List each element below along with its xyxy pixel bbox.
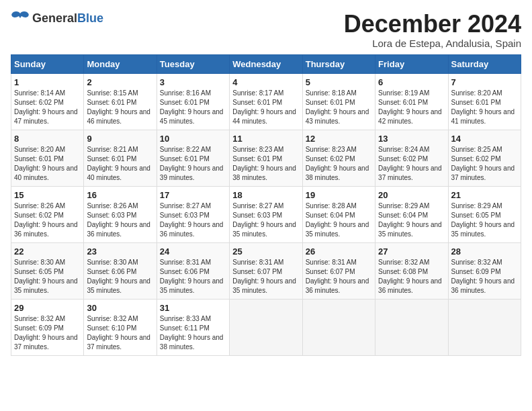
logo: GeneralBlue [11, 11, 103, 26]
day-cell: 22 Sunrise: 8:30 AMSunset: 6:05 PMDaylig… [11, 242, 84, 299]
day-cell: 25 Sunrise: 8:31 AMSunset: 6:07 PMDaylig… [230, 242, 302, 299]
cell-details: Sunrise: 8:29 AMSunset: 6:04 PMDaylight:… [378, 202, 442, 238]
day-cell: 23 Sunrise: 8:30 AMSunset: 6:06 PMDaylig… [84, 242, 157, 299]
day-number: 24 [160, 246, 226, 257]
day-number: 23 [87, 246, 153, 257]
logo-text: GeneralBlue [32, 11, 103, 26]
day-cell: 24 Sunrise: 8:31 AMSunset: 6:06 PMDaylig… [157, 242, 229, 299]
cell-details: Sunrise: 8:31 AMSunset: 6:07 PMDaylight:… [232, 259, 296, 294]
week-row-1: 1 Sunrise: 8:14 AMSunset: 6:02 PMDayligh… [11, 73, 521, 130]
day-cell: 27 Sunrise: 8:32 AMSunset: 6:08 PMDaylig… [375, 242, 448, 299]
day-cell: 12 Sunrise: 8:23 AMSunset: 6:02 PMDaylig… [302, 130, 375, 186]
cell-details: Sunrise: 8:32 AMSunset: 6:09 PMDaylight:… [451, 259, 515, 294]
calendar-table: SundayMondayTuesdayWednesdayThursdayFrid… [11, 54, 521, 356]
day-cell: 14 Sunrise: 8:25 AMSunset: 6:02 PMDaylig… [448, 130, 521, 186]
cell-details: Sunrise: 8:16 AMSunset: 6:01 PMDaylight:… [160, 89, 224, 125]
cell-details: Sunrise: 8:32 AMSunset: 6:08 PMDaylight:… [378, 259, 442, 294]
day-cell: 18 Sunrise: 8:27 AMSunset: 6:03 PMDaylig… [230, 186, 302, 242]
cell-details: Sunrise: 8:19 AMSunset: 6:01 PMDaylight:… [378, 89, 442, 125]
cell-details: Sunrise: 8:22 AMSunset: 6:01 PMDaylight:… [160, 146, 224, 181]
week-row-4: 22 Sunrise: 8:30 AMSunset: 6:05 PMDaylig… [11, 242, 521, 299]
day-cell: 1 Sunrise: 8:14 AMSunset: 6:02 PMDayligh… [11, 73, 84, 130]
cell-details: Sunrise: 8:32 AMSunset: 6:10 PMDaylight:… [87, 315, 150, 351]
day-number: 4 [232, 77, 299, 87]
header-cell-thursday: Thursday [302, 54, 375, 73]
location-title: Lora de Estepa, Andalusia, Spain [344, 38, 521, 49]
day-cell: 11 Sunrise: 8:23 AMSunset: 6:01 PMDaylig… [230, 130, 302, 186]
logo-blue: Blue [77, 11, 103, 25]
logo-general: General [32, 11, 77, 25]
day-cell [302, 299, 375, 355]
day-cell: 31 Sunrise: 8:33 AMSunset: 6:11 PMDaylig… [157, 299, 229, 355]
cell-details: Sunrise: 8:26 AMSunset: 6:03 PMDaylight:… [87, 202, 150, 238]
day-number: 6 [378, 77, 445, 87]
cell-details: Sunrise: 8:15 AMSunset: 6:01 PMDaylight:… [87, 89, 150, 125]
day-cell: 17 Sunrise: 8:27 AMSunset: 6:03 PMDaylig… [157, 186, 229, 242]
cell-details: Sunrise: 8:28 AMSunset: 6:04 PMDaylight:… [306, 202, 369, 238]
day-number: 16 [87, 190, 153, 200]
day-cell: 30 Sunrise: 8:32 AMSunset: 6:10 PMDaylig… [84, 299, 157, 355]
cell-details: Sunrise: 8:31 AMSunset: 6:06 PMDaylight:… [160, 259, 224, 294]
day-number: 2 [87, 77, 153, 87]
title-area: December 2024 Lora de Estepa, Andalusia,… [344, 11, 521, 49]
week-row-5: 29 Sunrise: 8:32 AMSunset: 6:09 PMDaylig… [11, 299, 521, 355]
header-cell-saturday: Saturday [448, 54, 521, 73]
day-cell: 7 Sunrise: 8:20 AMSunset: 6:01 PMDayligh… [448, 73, 521, 130]
cell-details: Sunrise: 8:18 AMSunset: 6:01 PMDaylight:… [306, 89, 369, 125]
cell-details: Sunrise: 8:30 AMSunset: 6:05 PMDaylight:… [14, 259, 78, 294]
day-number: 13 [378, 134, 445, 144]
day-number: 1 [14, 77, 81, 87]
day-number: 26 [306, 246, 372, 257]
cell-details: Sunrise: 8:26 AMSunset: 6:02 PMDaylight:… [14, 202, 78, 238]
day-number: 31 [160, 303, 226, 313]
cell-details: Sunrise: 8:20 AMSunset: 6:01 PMDaylight:… [14, 146, 78, 181]
day-number: 15 [14, 190, 81, 200]
day-number: 10 [160, 134, 226, 144]
header-cell-friday: Friday [375, 54, 448, 73]
day-cell: 5 Sunrise: 8:18 AMSunset: 6:01 PMDayligh… [302, 73, 375, 130]
day-cell: 15 Sunrise: 8:26 AMSunset: 6:02 PMDaylig… [11, 186, 84, 242]
day-cell: 10 Sunrise: 8:22 AMSunset: 6:01 PMDaylig… [157, 130, 229, 186]
cell-details: Sunrise: 8:20 AMSunset: 6:01 PMDaylight:… [451, 89, 515, 125]
day-cell [375, 299, 448, 355]
day-number: 11 [232, 134, 299, 144]
day-cell: 2 Sunrise: 8:15 AMSunset: 6:01 PMDayligh… [84, 73, 157, 130]
header-row: SundayMondayTuesdayWednesdayThursdayFrid… [11, 54, 521, 73]
day-number: 17 [160, 190, 226, 200]
day-number: 8 [14, 134, 81, 144]
day-number: 19 [306, 190, 372, 200]
day-number: 12 [306, 134, 372, 144]
day-cell [230, 299, 302, 355]
day-number: 5 [306, 77, 372, 87]
cell-details: Sunrise: 8:30 AMSunset: 6:06 PMDaylight:… [87, 259, 150, 294]
day-cell: 3 Sunrise: 8:16 AMSunset: 6:01 PMDayligh… [157, 73, 229, 130]
cell-details: Sunrise: 8:27 AMSunset: 6:03 PMDaylight:… [232, 202, 296, 238]
day-number: 28 [451, 246, 518, 257]
month-title: December 2024 [344, 11, 521, 38]
day-number: 21 [451, 190, 518, 200]
logo-bird-icon [11, 11, 30, 26]
day-cell: 9 Sunrise: 8:21 AMSunset: 6:01 PMDayligh… [84, 130, 157, 186]
day-number: 30 [87, 303, 153, 313]
cell-details: Sunrise: 8:31 AMSunset: 6:07 PMDaylight:… [306, 259, 369, 294]
day-cell: 4 Sunrise: 8:17 AMSunset: 6:01 PMDayligh… [230, 73, 302, 130]
day-number: 18 [232, 190, 299, 200]
cell-details: Sunrise: 8:14 AMSunset: 6:02 PMDaylight:… [14, 89, 78, 125]
day-number: 20 [378, 190, 445, 200]
header-cell-monday: Monday [84, 54, 157, 73]
day-cell: 16 Sunrise: 8:26 AMSunset: 6:03 PMDaylig… [84, 186, 157, 242]
day-number: 27 [378, 246, 445, 257]
day-cell: 20 Sunrise: 8:29 AMSunset: 6:04 PMDaylig… [375, 186, 448, 242]
day-number: 25 [232, 246, 299, 257]
cell-details: Sunrise: 8:33 AMSunset: 6:11 PMDaylight:… [160, 315, 224, 351]
week-row-2: 8 Sunrise: 8:20 AMSunset: 6:01 PMDayligh… [11, 130, 521, 186]
header-cell-sunday: Sunday [11, 54, 84, 73]
cell-details: Sunrise: 8:23 AMSunset: 6:01 PMDaylight:… [232, 146, 296, 181]
cell-details: Sunrise: 8:32 AMSunset: 6:09 PMDaylight:… [14, 315, 78, 351]
cell-details: Sunrise: 8:24 AMSunset: 6:02 PMDaylight:… [378, 146, 442, 181]
day-cell: 6 Sunrise: 8:19 AMSunset: 6:01 PMDayligh… [375, 73, 448, 130]
cell-details: Sunrise: 8:25 AMSunset: 6:02 PMDaylight:… [451, 146, 515, 181]
day-number: 14 [451, 134, 518, 144]
cell-details: Sunrise: 8:29 AMSunset: 6:05 PMDaylight:… [451, 202, 515, 238]
day-number: 3 [160, 77, 226, 87]
